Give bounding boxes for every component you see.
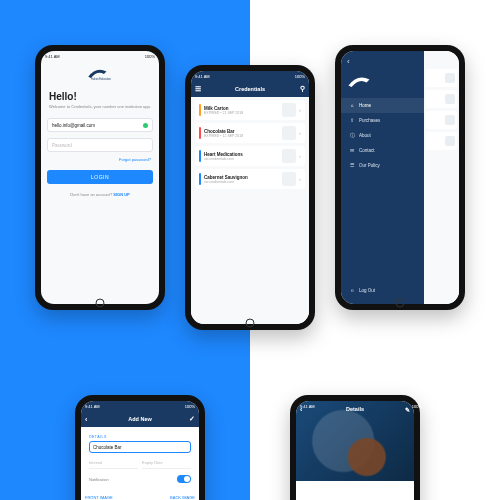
chevron-right-icon: ›: [299, 176, 301, 182]
menu-icon[interactable]: ☰: [195, 81, 201, 97]
navbar-title: Add New: [128, 416, 152, 422]
phone-drawer: ‹ ⌂ Home⇪ Purchasesⓘ About✉ Contact☰ Our…: [335, 45, 465, 310]
interval-field[interactable]: Interval: [89, 457, 138, 469]
list-item[interactable]: [426, 111, 457, 129]
drawer-logout[interactable]: ⎋ Log Out: [341, 283, 424, 298]
section-label: DETAILS: [89, 435, 191, 439]
item-thumbnail: [282, 172, 296, 186]
email-value: hello.info@gmail.com: [52, 123, 95, 128]
status-bar: 9:41 AM100%: [81, 401, 199, 411]
drawer-item-icon: ⓘ: [349, 133, 355, 138]
brand-logo: Falcon Education: [87, 65, 113, 81]
navbar: ☰ Credentials ⚲: [191, 81, 309, 97]
phone-add-new: 9:41 AM100% ‹ Add New ✓ DETAILS Chocolat…: [75, 395, 205, 500]
drawer-item-label: About: [359, 133, 371, 138]
item-thumbnail: [282, 103, 296, 117]
svg-point-3: [396, 299, 404, 307]
drawer-item-label: Our Policy: [359, 163, 380, 168]
credential-row[interactable]: Milk Carton EXPIRED • 21 SEP 2018 ›: [195, 100, 305, 120]
chevron-right-icon: ›: [299, 130, 301, 136]
email-field[interactable]: hello.info@gmail.com: [47, 118, 153, 132]
content-peek: [424, 51, 459, 304]
navbar-title: Credentials: [235, 86, 265, 92]
back-icon[interactable]: ‹: [85, 411, 87, 427]
chevron-right-icon: ›: [299, 153, 301, 159]
navbar: ‹ Add New ✓: [81, 411, 199, 427]
greeting-subtitle: Welcome to Credentials, your number one …: [41, 104, 159, 115]
hero-image: ‹ Details ✎: [296, 401, 414, 481]
item-meta: via credentials.com: [204, 180, 279, 184]
expiry-field[interactable]: Expiry Date: [142, 457, 191, 469]
drawer-item-icon: ⇪: [349, 118, 355, 123]
notification-toggle[interactable]: [177, 475, 191, 483]
svg-point-2: [246, 319, 254, 327]
signup-prompt: Don't have an account? SIGN UP: [41, 188, 159, 201]
back-icon[interactable]: ‹: [341, 57, 424, 70]
login-button[interactable]: LOGIN: [47, 170, 153, 184]
image-footer: FRONT IMAGE BACK IMAGE: [81, 491, 199, 500]
list-item[interactable]: [426, 69, 457, 87]
front-image-button[interactable]: FRONT IMAGE: [85, 495, 113, 500]
credentials-list: Milk Carton EXPIRED • 21 SEP 2018 › Choc…: [191, 97, 309, 324]
drawer-item-icon: ☰: [349, 163, 355, 168]
status-bar-indicator: [199, 127, 201, 139]
check-icon: [143, 123, 148, 128]
brand-logo: [347, 72, 377, 90]
item-thumbnail: [282, 126, 296, 140]
drawer-item-label: Purchases: [359, 118, 380, 123]
item-thumbnail: [282, 149, 296, 163]
drawer-item-icon: ⌂: [349, 103, 355, 108]
drawer-item[interactable]: ✉ Contact: [341, 143, 424, 158]
notification-label: Notification: [89, 477, 109, 482]
status-battery: 100%: [145, 54, 155, 59]
drawer-item[interactable]: ☰ Our Policy: [341, 158, 424, 173]
item-meta: EXPIRED • 12 SEP 2018: [204, 134, 279, 138]
chevron-right-icon: ›: [299, 107, 301, 113]
drawer-item-icon: ✉: [349, 148, 355, 153]
name-field[interactable]: Chocolate Bar: [89, 441, 191, 453]
password-placeholder: Password: [52, 143, 72, 148]
list-item[interactable]: [426, 90, 457, 108]
forgot-password-link[interactable]: Forgot password?: [41, 155, 159, 166]
details-section: DETAILS Chocolate Bar Interval Expiry Da…: [85, 431, 195, 487]
back-image-button[interactable]: BACK IMAGE: [170, 495, 195, 500]
list-item[interactable]: [426, 132, 457, 150]
item-meta: EXPIRED • 21 SEP 2018: [204, 111, 279, 115]
drawer-item-label: Contact: [359, 148, 375, 153]
status-bar: 9:41 AM100%: [191, 71, 309, 81]
password-field[interactable]: Password: [47, 138, 153, 152]
home-button-icon[interactable]: [245, 318, 255, 328]
credential-row[interactable]: Heart Medications via credentials.com ›: [195, 146, 305, 166]
status-time: 9:41 AM: [45, 54, 60, 59]
search-icon[interactable]: ⚲: [300, 81, 305, 97]
drawer-item[interactable]: ⓘ About: [341, 128, 424, 143]
item-meta: via credentials.com: [204, 157, 279, 161]
status-bar-indicator: [199, 150, 201, 162]
home-button-icon[interactable]: [95, 298, 105, 308]
greeting-title: Hello!: [41, 83, 159, 104]
phone-login: 9:41 AM 100% Falcon Education Hello! Wel…: [35, 45, 165, 310]
status-bar: 9:41 AM100%: [296, 401, 414, 411]
drawer-item[interactable]: ⇪ Purchases: [341, 113, 424, 128]
signup-link[interactable]: SIGN UP: [113, 192, 129, 197]
phone-credentials: 9:41 AM100% ☰ Credentials ⚲ Milk Carton …: [185, 65, 315, 330]
credential-row[interactable]: Chocolate Bar EXPIRED • 12 SEP 2018 ›: [195, 123, 305, 143]
status-bar-indicator: [199, 104, 201, 116]
drawer-item-label: Log Out: [359, 288, 375, 293]
svg-point-1: [96, 299, 104, 307]
logout-icon: ⎋: [349, 288, 355, 293]
phone-details: 9:41 AM100% ‹ Details ✎: [290, 395, 420, 500]
svg-text:Falcon Education: Falcon Education: [91, 77, 111, 81]
home-button-icon[interactable]: [395, 298, 405, 308]
check-icon[interactable]: ✓: [189, 411, 195, 427]
drawer-item-label: Home: [359, 103, 371, 108]
nav-drawer: ‹ ⌂ Home⇪ Purchasesⓘ About✉ Contact☰ Our…: [341, 51, 424, 304]
credential-row[interactable]: Cabernet Sauvignon via credentials.com ›: [195, 169, 305, 189]
status-bar-indicator: [199, 173, 201, 185]
status-bar: 9:41 AM 100%: [41, 51, 159, 61]
drawer-item[interactable]: ⌂ Home: [341, 98, 424, 113]
